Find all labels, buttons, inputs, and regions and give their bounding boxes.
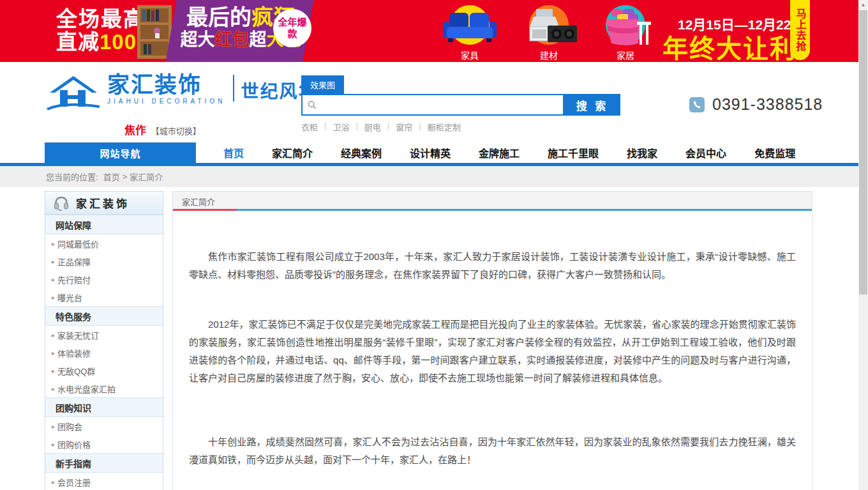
quick-link-wardrobe[interactable]: 衣柜 (301, 121, 318, 133)
browser-scrollbar[interactable]: ▲ (858, 0, 868, 490)
nav-item-home[interactable]: 首页 (223, 145, 244, 160)
nav-item-find-home[interactable]: 找我家 (627, 145, 657, 160)
sidebar-item-lowest-price[interactable]: ▸同城最低价 (45, 234, 163, 252)
logo-name-cn: 家汇装饰 (107, 73, 225, 96)
search-button[interactable]: 搜 索 (564, 94, 620, 116)
sidebar-section-services: 特色服务 (45, 306, 163, 326)
sidebar-item-authentic[interactable]: ▸正品保障 (45, 252, 163, 270)
sidebar-section-groupbuy: 团购知识 (45, 397, 163, 417)
search-input[interactable] (317, 100, 563, 110)
promo-banner[interactable]: 全场最高 直减1000元 最后的疯狂 超大红包超大礼 全年爆款 (0, 0, 858, 62)
company-intro-article: 焦作市家汇装饰工程有限公司成立于2003年，十年来，家汇人致力于家居设计装饰，工… (173, 211, 812, 469)
nav-item-supervision[interactable]: 免费监理 (754, 145, 795, 160)
search-area: 效果图 搜 索 衣柜| 卫浴| 厨电| 窗帘| 橱柜定制 (301, 75, 620, 133)
nav-item-monitor[interactable]: 施工千里眼 (548, 145, 599, 160)
sidebar: 家汇装饰 网站保障 ▸同城最低价 ▸正品保障 ▸先行赔付 ▸曝光台 特色服务 ▸… (45, 191, 163, 490)
quick-link-kitchen[interactable]: 厨电 (364, 121, 381, 133)
quick-links: 衣柜| 卫浴| 厨电| 窗帘| 橱柜定制 (301, 121, 620, 133)
intro-paragraph-1: 焦作市家汇装饰工程有限公司成立于2003年，十年来，家汇人致力于家居设计装饰，工… (189, 248, 796, 284)
sidebar-item-qq-group[interactable]: ▸无敌QQ群 (45, 362, 163, 379)
site-header: 家汇装饰 JIAHUI DECORATION 世纪风华 焦作 【城市切换】 效果… (0, 62, 858, 142)
title-underline-red (173, 209, 237, 211)
sidebar-section-guarantee: 网站保障 (45, 215, 163, 234)
logo-name-en: JIAHUI DECORATION (107, 98, 225, 105)
nav-item-about[interactable]: 家汇简介 (272, 145, 313, 160)
phone-number: 0391-3388518 (712, 95, 823, 114)
grab-now-button[interactable]: 马上去抢 (790, 0, 810, 60)
title-underline-blue (237, 209, 812, 211)
range-hood-icon (520, 8, 578, 49)
site-logo[interactable]: 家汇装饰 JIAHUI DECORATION 世纪风华 (45, 73, 317, 113)
house-logo-icon (45, 73, 102, 113)
sidebar-item-disc-record[interactable]: ▸水电光盘家汇拍 (45, 379, 163, 397)
contact-phone: 0391-3388518 (689, 95, 823, 114)
intro-paragraph-3: 十年创业路，成绩斐然固然可喜，家汇人不会为过去沾沾自喜，因为十年家汇依然年轻，因… (189, 433, 796, 469)
nav-item-designers[interactable]: 设计精英 (410, 145, 451, 160)
search-icon (308, 100, 317, 110)
content-title: 家汇简介 (182, 195, 215, 208)
quick-link-curtain[interactable]: 窗帘 (396, 121, 412, 133)
sofa-icon (440, 9, 499, 49)
banner-promo-title: 年终大让利 (662, 28, 797, 62)
bedding-icon (596, 6, 655, 49)
banner-product-furniture[interactable]: 家具 (433, 4, 507, 61)
current-city[interactable]: 焦作 (124, 125, 146, 137)
banner-product-materials[interactable]: 建材 (512, 4, 586, 61)
page: 全场最高 直减1000元 最后的疯狂 超大红包超大礼 全年爆款 (0, 0, 858, 490)
site-nav-menu-button[interactable]: 网站导航 (45, 142, 196, 163)
nav-item-member[interactable]: 会员中心 (685, 145, 726, 160)
phone-icon (689, 97, 705, 112)
main-navbar: 网站导航 首页 家汇简介 经典案例 设计精英 金牌施工 施工千里眼 找我家 会员… (0, 142, 858, 163)
sidebar-title: 家汇装饰 (76, 195, 130, 211)
sidebar-item-groupbuy-price[interactable]: ▸团购价格 (45, 435, 163, 453)
city-switch-link[interactable]: 【城市切换】 (151, 126, 201, 136)
headphones-icon (53, 195, 70, 211)
sidebar-section-beginner: 新手指南 (45, 453, 163, 473)
sidebar-item-compensation[interactable]: ▸先行赔付 (45, 270, 163, 288)
sidebar-item-groupbuy-fair[interactable]: ▸团购会 (45, 417, 163, 435)
banner-product-home[interactable]: 家居 (588, 4, 662, 61)
quick-link-cabinet[interactable]: 橱柜定制 (428, 121, 461, 133)
sidebar-item-experience[interactable]: ▸体验装修 (45, 344, 163, 362)
sidebar-item-exposure[interactable]: ▸曝光台 (45, 288, 163, 306)
content-panel: 家汇简介 焦作市家汇装饰工程有限公司成立于2003年，十年来，家汇人致力于家居设… (172, 191, 812, 490)
search-tab-renderings[interactable]: 效果图 (301, 75, 344, 94)
breadcrumb-current[interactable]: 家汇简介 (130, 171, 163, 183)
content-title-bar: 家汇简介 (173, 192, 812, 211)
sidebar-header: 家汇装饰 (45, 192, 163, 215)
breadcrumb: 您当前的位置: 首页 > 家汇简介 (0, 166, 858, 187)
nav-item-construction[interactable]: 金牌施工 (479, 145, 520, 160)
scrollbar-up-arrow[interactable]: ▲ (858, 0, 868, 10)
breadcrumb-home[interactable]: 首页 (103, 171, 120, 183)
intro-paragraph-2: 2012年，家汇装饰已不满足于仅仅是完美地完成家装工程而是把目光投向了业主的家装… (189, 316, 796, 387)
scrollbar-thumb[interactable] (859, 10, 867, 295)
sidebar-item-register[interactable]: ▸会员注册 (45, 473, 163, 490)
sidebar-item-worry-free[interactable]: ▸家装无忧订 (45, 326, 163, 344)
logo-divider (233, 75, 234, 102)
nav-item-cases[interactable]: 经典案例 (341, 145, 382, 160)
quick-link-bath[interactable]: 卫浴 (333, 121, 349, 133)
banner-bubble-badge: 全年爆款 (273, 9, 311, 47)
